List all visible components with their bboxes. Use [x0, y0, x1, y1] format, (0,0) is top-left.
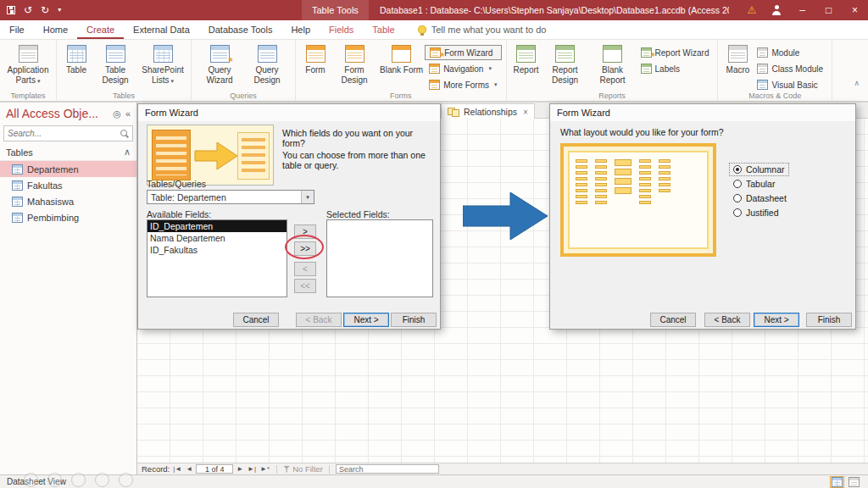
report-button[interactable]: Report [511, 42, 542, 75]
radio-tabular[interactable]: Tabular [730, 178, 778, 190]
close-tab-icon[interactable]: × [521, 108, 528, 117]
radio-button-icon[interactable] [733, 208, 742, 217]
back-button[interactable]: < Back [296, 313, 342, 327]
nav-item-label: Departemen [27, 164, 79, 175]
nav-item-departemen[interactable]: Departemen [0, 161, 136, 177]
list-item-id-fakultas[interactable]: ID_Fakultas [147, 244, 287, 256]
report-wizard-button[interactable]: * Report Wizard [637, 45, 714, 60]
sharepoint-lists-button[interactable]: SharePoint Lists▾ [139, 42, 186, 85]
tab-home[interactable]: Home [34, 20, 77, 39]
combobox-dropdown-icon[interactable]: ▾ [301, 191, 314, 203]
module-button[interactable]: Module [753, 45, 827, 60]
tables-queries-combobox[interactable]: Table: Departemen ▾ [147, 190, 314, 204]
nav-search-box[interactable] [3, 125, 133, 141]
ribbon-tab-row: File Home Create External Data Database … [0, 20, 868, 40]
tab-fields[interactable]: Fields [320, 20, 363, 39]
no-filter-button[interactable]: No Filter [283, 464, 323, 474]
add-all-fields-button[interactable]: >> [294, 241, 316, 256]
radio-button-icon[interactable] [733, 165, 742, 174]
form-button[interactable]: Form [300, 42, 331, 75]
nav-group-tables[interactable]: Tables ∧ [0, 144, 136, 161]
first-record-icon[interactable]: |◄ [172, 465, 182, 473]
radio-justified[interactable]: Justified [730, 207, 782, 219]
available-fields-listbox[interactable]: ID_Departemen Nama Departemen ID_Fakulta… [147, 219, 287, 297]
ribbon-group-forms: Form Form Design Blank Form * Form Wizar… [296, 40, 507, 101]
next-record-icon[interactable]: ► [236, 465, 244, 473]
tell-me-box[interactable]: Tell me what you want to do [404, 20, 547, 39]
cancel-button[interactable]: Cancel [650, 313, 696, 327]
tab-file[interactable]: File [0, 20, 34, 39]
table-design-button[interactable]: Table Design [92, 42, 139, 85]
finish-button[interactable]: Finish [391, 313, 437, 327]
radio-datasheet[interactable]: Datasheet [730, 192, 790, 204]
nav-search-input[interactable] [8, 129, 118, 138]
minimize-button[interactable]: – [789, 0, 815, 20]
warning-icon[interactable]: ⚠ [740, 4, 764, 16]
blank-form-button[interactable]: Blank Form [378, 42, 425, 75]
ribbon-group-macros: Macro Module Class Module Visual Basic M… [718, 40, 832, 101]
form-design-button[interactable]: Form Design [331, 42, 378, 85]
table-button[interactable]: Table [61, 42, 92, 75]
selected-fields-listbox[interactable] [326, 219, 433, 297]
radio-button-icon[interactable] [733, 194, 742, 202]
save-icon[interactable] [7, 6, 15, 14]
labels-button[interactable]: Labels [637, 61, 714, 76]
redo-icon[interactable]: ↻ [41, 5, 49, 15]
forms-small-buttons: * Form Wizard Navigation▾ More Forms▾ [425, 42, 501, 92]
remove-all-fields-button[interactable]: << [294, 279, 316, 293]
tab-table[interactable]: Table [363, 20, 403, 39]
nav-collapse-icon[interactable]: « [125, 108, 131, 119]
combobox-value: Table: Departemen [151, 192, 226, 202]
record-position[interactable]: 1 of 4 [196, 464, 233, 474]
account-icon[interactable] [764, 5, 789, 15]
nav-item-fakultas[interactable]: Fakultas [0, 177, 136, 193]
tab-help[interactable]: Help [281, 20, 320, 39]
query-design-button[interactable]: Query Design [243, 42, 291, 85]
new-record-icon[interactable]: ►* [259, 465, 270, 473]
tab-create[interactable]: Create [77, 20, 124, 39]
next-button[interactable]: Next > [754, 313, 799, 327]
report-design-icon [555, 45, 575, 63]
nav-refresh-icon[interactable]: ◎ [113, 108, 121, 119]
add-field-button[interactable]: > [294, 225, 316, 239]
tab-database-tools[interactable]: Database Tools [199, 20, 282, 39]
class-module-button[interactable]: Class Module [753, 61, 827, 76]
nav-item-pembimbing[interactable]: Pembimbing [0, 209, 136, 225]
design-view-icon[interactable] [847, 476, 861, 488]
radio-button-icon[interactable] [733, 180, 742, 188]
collapse-ribbon-icon[interactable]: ∧ [854, 79, 860, 87]
tab-external-data[interactable]: External Data [124, 20, 199, 39]
list-item-nama-departemen[interactable]: Nama Departemen [147, 232, 287, 244]
radio-columnar[interactable]: Columnar [730, 164, 788, 175]
form-wizard-button[interactable]: * Form Wizard [425, 45, 501, 60]
tab-relationships[interactable]: Relationships × [441, 103, 535, 119]
radio-label: Datasheet [746, 193, 787, 203]
application-parts-button[interactable]: Application Parts▾ [4, 42, 52, 85]
last-record-icon[interactable]: ►| [247, 465, 257, 473]
group-label-forms: Forms [296, 92, 506, 100]
list-item-id-departemen[interactable]: ID_Departemen [147, 220, 287, 232]
remove-field-button[interactable]: < [294, 262, 316, 276]
more-forms-button[interactable]: More Forms▾ [425, 77, 501, 92]
back-button[interactable]: < Back [704, 313, 750, 327]
close-button[interactable]: × [842, 0, 868, 20]
nav-item-mahasiswa[interactable]: Mahasiswa [0, 193, 136, 209]
query-wizard-button[interactable]: * Query Wizard [196, 42, 243, 85]
undo-icon[interactable]: ↺ [24, 5, 32, 15]
window-title: Database1 : Database- C:\Users\Stephen S… [380, 0, 729, 20]
nav-pane-title: All Access Obje... [6, 107, 98, 120]
visual-basic-button[interactable]: Visual Basic [753, 77, 827, 92]
blank-report-button[interactable]: Blank Report [589, 42, 637, 85]
previous-record-icon[interactable]: ◄ [185, 465, 193, 473]
next-button[interactable]: Next > [343, 313, 389, 327]
qat-customize-icon[interactable]: ▾ [58, 7, 61, 14]
maximize-button[interactable]: □ [815, 0, 842, 20]
datasheet-view-icon[interactable] [830, 476, 844, 488]
macro-button[interactable]: Macro [722, 42, 753, 75]
navigation-button[interactable]: Navigation▾ [425, 61, 501, 76]
finish-button[interactable]: Finish [806, 313, 852, 327]
cancel-button[interactable]: Cancel [233, 313, 279, 327]
record-search-box[interactable]: Search [336, 464, 439, 474]
group-collapse-icon[interactable]: ∧ [124, 147, 131, 158]
report-design-button[interactable]: Report Design [542, 42, 589, 85]
